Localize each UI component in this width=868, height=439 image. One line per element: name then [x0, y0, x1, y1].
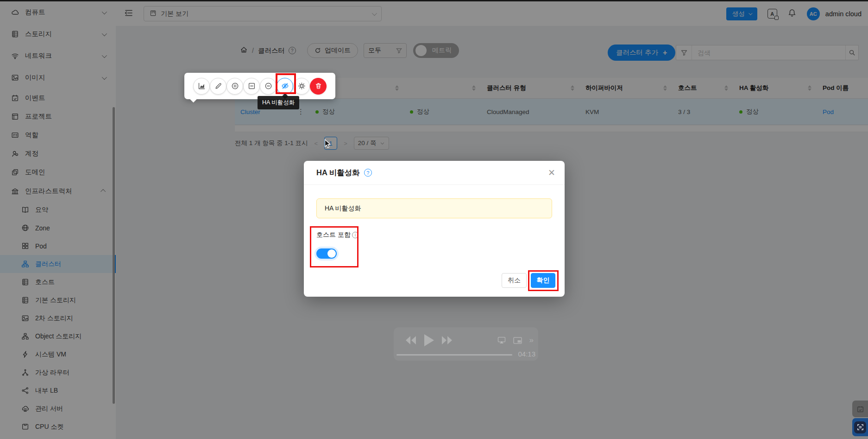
- modal-help-icon[interactable]: ?: [364, 169, 372, 177]
- calendar-check-icon: [856, 405, 864, 413]
- more-controls-icon[interactable]: »: [529, 336, 534, 345]
- tooltip: HA 비활성화: [258, 96, 299, 109]
- trash-icon: [314, 82, 322, 90]
- screen: 컴퓨트 스토리지 네트워크 이미지 이벤트: [0, 0, 868, 439]
- video-secondary-controls: »: [497, 336, 534, 345]
- metrics-button[interactable]: [193, 78, 210, 95]
- gear-icon: [298, 82, 306, 90]
- tooltip-text: HA 비활성화: [262, 99, 295, 106]
- annotation-box-toggle: [310, 226, 359, 267]
- annotation-box-confirm: [528, 270, 559, 291]
- fast-forward-icon[interactable]: [441, 335, 453, 345]
- unmanage-button[interactable]: [243, 78, 260, 95]
- modal-title: HA 비활성화: [316, 168, 360, 178]
- close-icon[interactable]: ✕: [548, 168, 555, 177]
- play-icon[interactable]: [423, 334, 434, 347]
- disable-button[interactable]: [260, 78, 277, 95]
- annotation-box-ha-button: [276, 73, 296, 94]
- square-minus-icon: [248, 82, 256, 90]
- cancel-button[interactable]: 취소: [502, 273, 527, 288]
- pause-circle-icon: [231, 82, 239, 90]
- extension-calendar-button[interactable]: [852, 401, 868, 417]
- delete-button[interactable]: [310, 78, 327, 95]
- video-timestamp: 04:13: [518, 350, 535, 358]
- scan-badge: [854, 421, 866, 433]
- modal-header: HA 비활성화 ? ✕: [304, 161, 565, 185]
- video-controls-overlay: » 04:13: [394, 327, 538, 361]
- scan-text-icon: [857, 424, 864, 431]
- pip-icon[interactable]: [513, 337, 522, 344]
- edit-button[interactable]: [210, 78, 226, 95]
- rewind-icon[interactable]: [405, 335, 417, 345]
- pencil-icon: [214, 82, 222, 90]
- row-actions-popup: [184, 73, 335, 99]
- mouse-cursor: [324, 139, 332, 148]
- circle-minus-icon: [264, 82, 272, 90]
- suspend-button[interactable]: [226, 78, 243, 95]
- video-transport: [405, 334, 453, 347]
- chart-icon: [198, 82, 206, 90]
- video-progress-bar[interactable]: [396, 354, 512, 356]
- extension-translate-button[interactable]: [852, 418, 868, 436]
- warning-alert: HA 비활성화: [316, 198, 552, 218]
- airplay-icon[interactable]: [497, 337, 506, 344]
